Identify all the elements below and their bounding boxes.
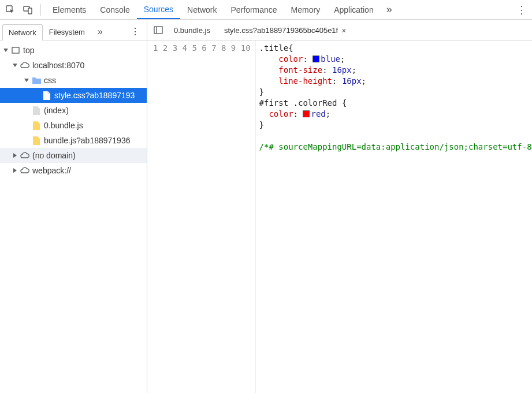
cloud-icon — [20, 165, 30, 176]
inspect-element-icon[interactable] — [2, 2, 18, 18]
tab-elements[interactable]: Elements — [46, 0, 93, 19]
tab-sources[interactable]: Sources — [137, 0, 180, 19]
tab-application[interactable]: Application — [327, 0, 381, 19]
tree-node-no-domain[interactable]: (no domain) — [0, 148, 147, 163]
sidebar-tab-network[interactable]: Network — [2, 24, 43, 40]
code-editor[interactable]: 1 2 3 4 5 6 7 8 9 10 .title{ color: blue… — [147, 40, 532, 393]
tree-label: webpack:// — [32, 166, 71, 175]
editor-tab-style-css[interactable]: style.css?ab1889719365bc405e1f × — [218, 22, 352, 38]
editor-area: 0.bundle.js style.css?ab1889719365bc405e… — [147, 20, 532, 393]
sidebar-tab-filesystem[interactable]: Filesystem — [43, 24, 91, 40]
sidebar-tab-label: Network — [9, 28, 36, 37]
tab-network[interactable]: Network — [180, 0, 224, 19]
chevron-down-icon — [12, 62, 18, 69]
tab-console[interactable]: Console — [93, 0, 136, 19]
main-panel: Network Filesystem » ⋮ top localhost:807… — [0, 20, 532, 393]
tab-memory[interactable]: Memory — [284, 0, 328, 19]
editor-tab-label: style.css?ab1889719365bc405e1f — [224, 26, 338, 35]
tree-label: style.css?ab18897193 — [54, 91, 135, 100]
tab-label: Application — [334, 5, 374, 14]
tab-label: Console — [100, 5, 129, 14]
editor-tabs: 0.bundle.js style.css?ab1889719365bc405e… — [147, 20, 532, 40]
chevron-down-icon — [2, 47, 9, 54]
tree-label: top — [23, 46, 34, 55]
js-file-icon — [31, 120, 42, 131]
toggle-navigator-icon[interactable] — [151, 23, 166, 38]
sidebar-tabs-overflow-icon[interactable]: » — [91, 23, 109, 40]
tree-node-css-folder[interactable]: css — [0, 73, 147, 88]
line-gutter: 1 2 3 4 5 6 7 8 9 10 — [147, 40, 256, 393]
file-icon — [42, 90, 52, 101]
devtools-toolbar: Elements Console Sources Network Perform… — [0, 0, 532, 20]
frame-icon — [10, 45, 21, 55]
chevron-right-icon — [12, 152, 18, 159]
tree-node-host[interactable]: localhost:8070 — [0, 58, 147, 73]
sidebar-more-icon[interactable]: ⋮ — [131, 26, 144, 37]
sidebar-tab-label: Filesystem — [49, 28, 85, 36]
tree-node-bundle[interactable]: bundle.js?ab188971936 — [0, 133, 147, 148]
editor-tab-bundle0[interactable]: 0.bundle.js — [168, 22, 216, 38]
tree-label: 0.bundle.js — [44, 121, 83, 130]
tab-label: Network — [187, 5, 217, 14]
tree-node-style-css[interactable]: style.css?ab18897193 — [0, 88, 147, 103]
toolbar-divider — [40, 4, 41, 16]
folder-icon — [31, 75, 42, 86]
cloud-icon — [20, 60, 30, 71]
more-options-icon[interactable]: ⋮ — [514, 2, 530, 18]
code-content[interactable]: .title{ color: blue; font-size: 16px; li… — [256, 40, 532, 393]
sidebar-tabs: Network Filesystem » ⋮ — [0, 20, 147, 40]
svg-rect-3 — [12, 47, 19, 53]
tab-label: Performance — [230, 5, 277, 14]
tree-node-webpack[interactable]: webpack:// — [0, 163, 147, 178]
tree-label: css — [44, 76, 56, 85]
tab-label: Memory — [291, 5, 321, 14]
close-icon[interactable]: × — [341, 27, 346, 35]
tree-node-top[interactable]: top — [0, 43, 147, 58]
main-tabs: Elements Console Sources Network Perform… — [46, 0, 398, 19]
tab-label: Sources — [144, 5, 173, 14]
tree-label: (index) — [44, 106, 69, 115]
file-icon — [31, 105, 42, 116]
device-toolbar-icon[interactable] — [20, 2, 36, 18]
chevron-right-icon — [12, 167, 18, 174]
tabs-overflow-icon[interactable]: » — [381, 0, 398, 19]
js-file-icon — [31, 135, 42, 146]
cloud-icon — [20, 150, 30, 161]
editor-tab-label: 0.bundle.js — [174, 26, 210, 35]
file-tree: top localhost:8070 css style.css?ab18897… — [0, 40, 147, 393]
tree-node-bundle0[interactable]: 0.bundle.js — [0, 118, 147, 133]
svg-rect-2 — [28, 8, 32, 14]
tab-label: Elements — [53, 5, 86, 14]
tree-label: (no domain) — [32, 151, 76, 160]
tree-label: localhost:8070 — [32, 61, 84, 70]
tab-performance[interactable]: Performance — [224, 0, 284, 19]
chevron-down-icon — [23, 77, 30, 84]
sidebar: Network Filesystem » ⋮ top localhost:807… — [0, 20, 147, 393]
tree-label: bundle.js?ab188971936 — [44, 136, 130, 145]
tree-node-index[interactable]: (index) — [0, 103, 147, 118]
svg-rect-4 — [154, 27, 162, 34]
